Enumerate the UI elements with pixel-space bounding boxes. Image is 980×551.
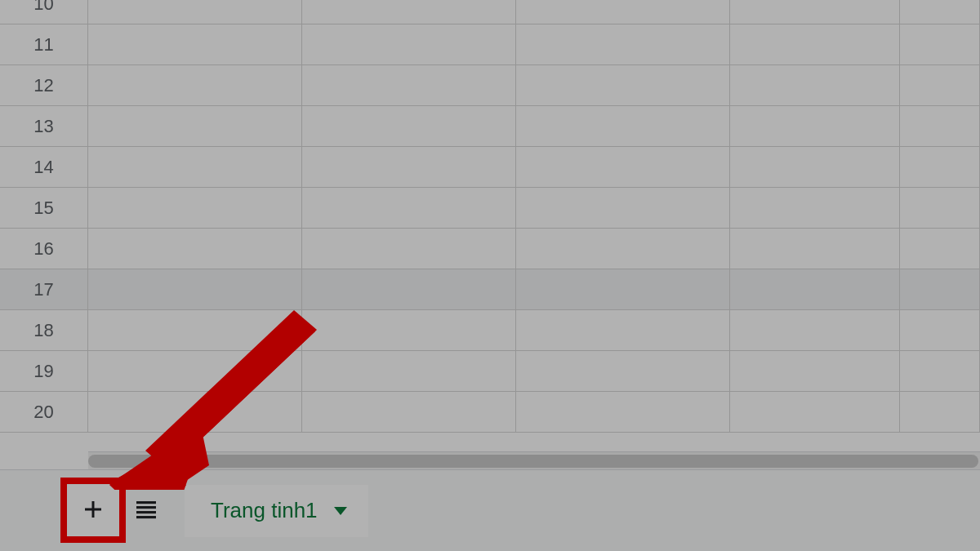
cell[interactable] [88, 24, 302, 65]
cell[interactable] [900, 106, 980, 147]
cell[interactable] [900, 269, 980, 310]
add-sheet-button[interactable] [67, 485, 119, 537]
cell[interactable] [730, 392, 900, 433]
cell[interactable] [900, 310, 980, 351]
cell[interactable] [900, 0, 980, 24]
grid-row: 12 [0, 65, 980, 106]
cell[interactable] [88, 0, 302, 24]
horizontal-scrollbar-thumb[interactable] [88, 455, 978, 468]
grid-row: 15 [0, 188, 980, 229]
cell[interactable] [730, 24, 900, 65]
cell[interactable] [302, 0, 516, 24]
row-header[interactable]: 15 [0, 188, 88, 229]
cell[interactable] [516, 269, 730, 310]
all-sheets-button[interactable] [122, 485, 170, 537]
grid-row: 18 [0, 310, 980, 351]
cell[interactable] [302, 310, 516, 351]
cell[interactable] [302, 188, 516, 229]
grid-row: 11 [0, 24, 980, 65]
cell[interactable] [730, 310, 900, 351]
cell[interactable] [88, 351, 302, 392]
cell[interactable] [730, 0, 900, 24]
row-header[interactable]: 11 [0, 24, 88, 65]
cell[interactable] [900, 351, 980, 392]
cell[interactable] [302, 229, 516, 269]
cell[interactable] [516, 392, 730, 433]
row-header[interactable]: 18 [0, 310, 88, 351]
row-header[interactable]: 10 [0, 0, 88, 24]
grid-row: 16 [0, 229, 980, 269]
spreadsheet-grid: 10 11 12 13 14 15 [0, 0, 980, 433]
cell[interactable] [900, 24, 980, 65]
row-header[interactable]: 13 [0, 106, 88, 147]
cell[interactable] [516, 310, 730, 351]
cell[interactable] [88, 65, 302, 106]
cell[interactable] [900, 392, 980, 433]
row-header[interactable]: 20 [0, 392, 88, 433]
cell[interactable] [516, 188, 730, 229]
svg-marker-6 [334, 507, 347, 515]
plus-icon [81, 497, 105, 525]
sheet-tab-label: Trang tinh1 [211, 498, 318, 523]
cell[interactable] [516, 351, 730, 392]
row-header[interactable]: 14 [0, 147, 88, 188]
cell[interactable] [88, 188, 302, 229]
cell[interactable] [88, 392, 302, 433]
grid-row: 20 [0, 392, 980, 433]
cell[interactable] [516, 65, 730, 106]
cell[interactable] [516, 24, 730, 65]
cell[interactable] [88, 106, 302, 147]
cell[interactable] [730, 351, 900, 392]
cell[interactable] [302, 65, 516, 106]
row-header[interactable]: 19 [0, 351, 88, 392]
cell[interactable] [88, 229, 302, 269]
cell[interactable] [88, 147, 302, 188]
cell[interactable] [516, 0, 730, 24]
cell[interactable] [900, 65, 980, 106]
cell[interactable] [516, 106, 730, 147]
cell[interactable] [900, 188, 980, 229]
cell[interactable] [730, 229, 900, 269]
grid-row: 14 [0, 147, 980, 188]
cell[interactable] [302, 392, 516, 433]
cell[interactable] [302, 24, 516, 65]
cell[interactable] [302, 106, 516, 147]
horizontal-scrollbar[interactable] [88, 451, 980, 469]
cell[interactable] [730, 147, 900, 188]
caret-down-icon[interactable] [334, 507, 347, 515]
sheet-tab-bar: Trang tinh1 [0, 469, 980, 551]
grid-row: 13 [0, 106, 980, 147]
all-sheets-icon [134, 500, 158, 522]
cell[interactable] [88, 310, 302, 351]
cell[interactable] [730, 188, 900, 229]
grid-row: 10 [0, 0, 980, 24]
cell[interactable] [730, 269, 900, 310]
cell[interactable] [516, 147, 730, 188]
cell[interactable] [516, 229, 730, 269]
cell[interactable] [900, 229, 980, 269]
cell[interactable] [302, 269, 516, 310]
cell[interactable] [88, 269, 302, 310]
grid-row: 17 [0, 269, 980, 310]
row-header[interactable]: 16 [0, 229, 88, 269]
cell[interactable] [730, 65, 900, 106]
footer-gutter [0, 470, 67, 551]
cell[interactable] [302, 147, 516, 188]
cell[interactable] [302, 351, 516, 392]
grid-row: 19 [0, 351, 980, 392]
cell[interactable] [730, 106, 900, 147]
row-header[interactable]: 17 [0, 269, 88, 310]
sheet-tab-active[interactable]: Trang tinh1 [185, 485, 368, 537]
row-header[interactable]: 12 [0, 65, 88, 106]
cell[interactable] [900, 147, 980, 188]
